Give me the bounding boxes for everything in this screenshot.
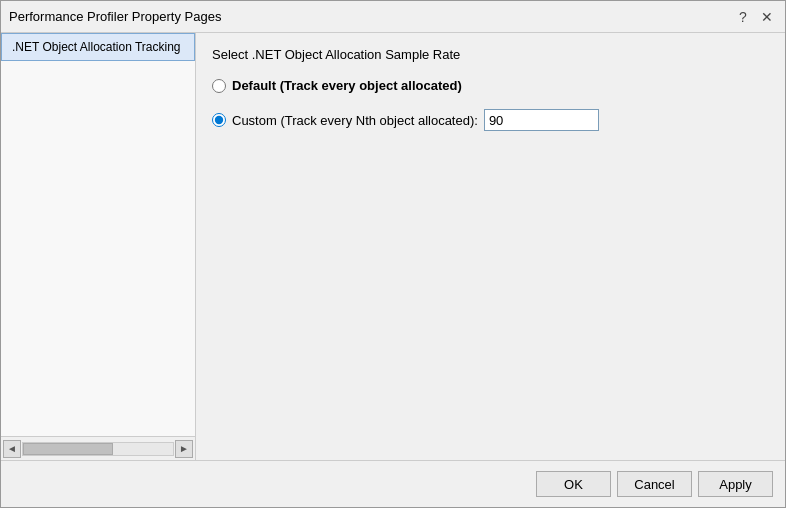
sidebar-scrollbar: ◄ ►	[1, 436, 195, 460]
scroll-left-arrow[interactable]: ◄	[3, 440, 21, 458]
option-default-row: Default (Track every object allocated)	[212, 78, 769, 93]
radio-default[interactable]	[212, 79, 226, 93]
sidebar: .NET Object Allocation Tracking ◄ ►	[1, 33, 196, 460]
sidebar-scroll-area	[1, 61, 195, 436]
scroll-right-arrow[interactable]: ►	[175, 440, 193, 458]
scroll-track[interactable]	[22, 442, 174, 456]
dialog-footer: OK Cancel Apply	[1, 460, 785, 507]
section-title: Select .NET Object Allocation Sample Rat…	[212, 47, 769, 62]
radio-custom[interactable]	[212, 113, 226, 127]
dialog-window: Performance Profiler Property Pages ? ✕ …	[0, 0, 786, 508]
close-button[interactable]: ✕	[757, 7, 777, 27]
apply-button[interactable]: Apply	[698, 471, 773, 497]
dialog-body: .NET Object Allocation Tracking ◄ ► Sele…	[1, 33, 785, 460]
window-title: Performance Profiler Property Pages	[9, 9, 221, 24]
ok-button[interactable]: OK	[536, 471, 611, 497]
option-custom-row: Custom (Track every Nth object allocated…	[212, 109, 769, 131]
option-custom-label[interactable]: Custom (Track every Nth object allocated…	[232, 113, 478, 128]
title-bar-controls: ? ✕	[733, 7, 777, 27]
content-area: Select .NET Object Allocation Sample Rat…	[196, 33, 785, 460]
custom-value-input[interactable]	[484, 109, 599, 131]
scroll-thumb	[23, 443, 113, 455]
cancel-button[interactable]: Cancel	[617, 471, 692, 497]
title-bar: Performance Profiler Property Pages ? ✕	[1, 1, 785, 33]
option-default-label[interactable]: Default (Track every object allocated)	[232, 78, 462, 93]
help-button[interactable]: ?	[733, 7, 753, 27]
sidebar-item-net-allocation[interactable]: .NET Object Allocation Tracking	[1, 33, 195, 61]
